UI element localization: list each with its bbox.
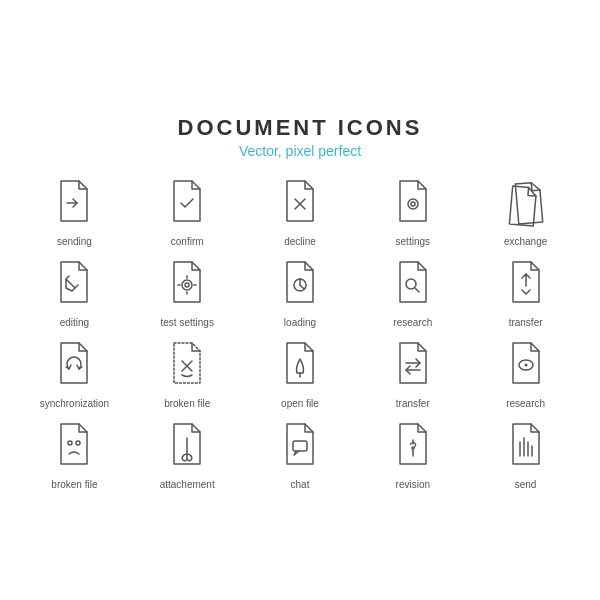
open-file-label: open file: [281, 398, 319, 410]
page-subtitle: Vector, pixel perfect: [20, 143, 580, 159]
broken-file-2-label: broken file: [51, 479, 97, 491]
icon-item-test-settings: test settings: [133, 254, 242, 329]
icon-grid: sending confirm decline: [20, 173, 580, 491]
sending-label: sending: [57, 236, 92, 248]
svg-point-25: [524, 363, 527, 366]
confirm-icon: [160, 173, 214, 231]
attachement-icon: [160, 416, 214, 474]
attachement-label: attachement: [160, 479, 215, 491]
icon-item-attachement: attachement: [133, 416, 242, 491]
broken-file-2-icon: [47, 416, 101, 474]
icon-item-transfer-1: transfer: [471, 254, 580, 329]
settings-label: settings: [396, 236, 430, 248]
svg-point-4: [411, 202, 415, 206]
svg-point-7: [182, 280, 192, 290]
open-file-icon: [273, 335, 327, 393]
transfer-2-icon: [386, 335, 440, 393]
icon-item-chat: chat: [246, 416, 355, 491]
icon-item-send: send: [471, 416, 580, 491]
icon-item-decline: decline: [246, 173, 355, 248]
research-2-icon: [386, 254, 440, 312]
test-settings-icon: [160, 254, 214, 312]
synchronization-icon: [47, 335, 101, 393]
send-label: send: [515, 479, 537, 491]
test-settings-label: test settings: [161, 317, 214, 329]
icon-item-synchronization: synchronization: [20, 335, 129, 410]
exchange-label: exchange: [504, 236, 547, 248]
research-3-icon: [499, 335, 553, 393]
icon-item-broken-file-1: broken file: [133, 335, 242, 410]
svg-text:?: ?: [409, 439, 417, 455]
icon-item-transfer-2: transfer: [358, 335, 467, 410]
chat-label: chat: [291, 479, 310, 491]
transfer-1-label: transfer: [509, 317, 543, 329]
svg-rect-28: [293, 441, 307, 451]
send-icon: [499, 416, 553, 474]
icon-item-broken-file-2: broken file: [20, 416, 129, 491]
exchange-icon: [499, 173, 553, 231]
icon-item-editing: editing: [20, 254, 129, 329]
settings-icon: [386, 173, 440, 231]
confirm-label: confirm: [171, 236, 204, 248]
decline-icon: [273, 173, 327, 231]
icon-item-open-file: open file: [246, 335, 355, 410]
loading-icon: [273, 254, 327, 312]
decline-label: decline: [284, 236, 316, 248]
svg-line-5: [75, 285, 78, 288]
synchronization-label: synchronization: [40, 398, 109, 410]
main-container: DOCUMENT ICONS Vector, pixel perfect sen…: [10, 105, 590, 496]
icon-item-research-3: research: [471, 335, 580, 410]
broken-file-1-label: broken file: [164, 398, 210, 410]
page-title: DOCUMENT ICONS: [20, 115, 580, 141]
transfer-1-icon: [499, 254, 553, 312]
svg-point-3: [408, 199, 418, 209]
research-2-label: research: [393, 317, 432, 329]
header: DOCUMENT ICONS Vector, pixel perfect: [20, 115, 580, 159]
icon-item-settings: settings: [358, 173, 467, 248]
svg-line-17: [415, 288, 419, 292]
loading-label: loading: [284, 317, 316, 329]
editing-label: editing: [60, 317, 89, 329]
svg-point-26: [68, 441, 72, 445]
editing-icon: [47, 254, 101, 312]
svg-line-6: [66, 276, 69, 279]
svg-point-8: [185, 283, 189, 287]
transfer-2-label: transfer: [396, 398, 430, 410]
icon-item-revision: ? revision: [358, 416, 467, 491]
icon-item-confirm: confirm: [133, 173, 242, 248]
broken-file-1-icon: [160, 335, 214, 393]
revision-label: revision: [396, 479, 430, 491]
research-3-label: research: [506, 398, 545, 410]
icon-item-sending: sending: [20, 173, 129, 248]
sending-icon: [47, 173, 101, 231]
svg-point-27: [76, 441, 80, 445]
chat-icon: [273, 416, 327, 474]
svg-line-15: [300, 285, 304, 289]
icon-item-exchange: exchange: [471, 173, 580, 248]
revision-icon: ?: [386, 416, 440, 474]
icon-item-research-2: research: [358, 254, 467, 329]
icon-item-loading: loading: [246, 254, 355, 329]
